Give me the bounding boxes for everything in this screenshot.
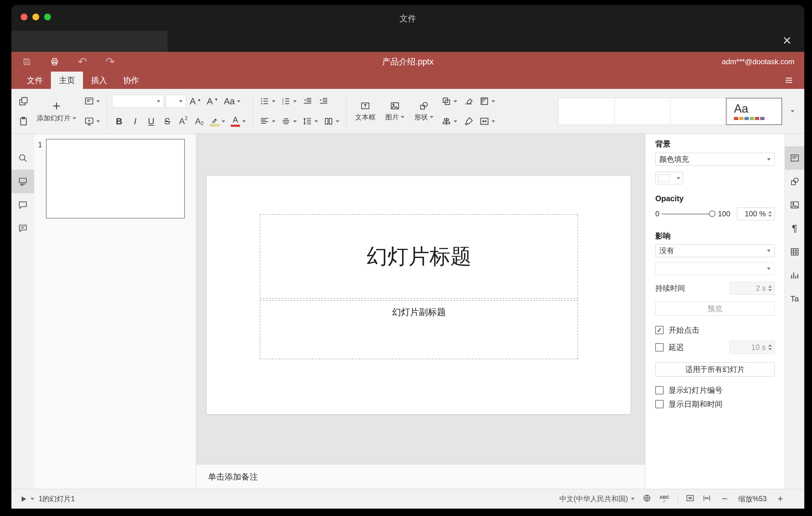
chat-button[interactable] bbox=[11, 217, 34, 240]
slide[interactable]: 幻灯片标题 幻灯片副标题 bbox=[207, 176, 631, 414]
bold-button[interactable]: B bbox=[112, 113, 126, 130]
change-case-icon: Aa bbox=[224, 97, 234, 106]
start-slideshow-button[interactable] bbox=[82, 113, 102, 130]
tab-collaboration[interactable]: 协作 bbox=[115, 71, 147, 89]
decrease-indent-button[interactable] bbox=[300, 93, 315, 110]
horizontal-align-button[interactable] bbox=[258, 113, 277, 130]
slider-handle[interactable] bbox=[709, 210, 716, 217]
theme-tile[interactable] bbox=[670, 98, 726, 125]
fit-width-button[interactable] bbox=[702, 494, 711, 504]
delay-checkbox[interactable] bbox=[655, 343, 664, 351]
opacity-input[interactable]: 100 % bbox=[737, 207, 775, 220]
tab-insert[interactable]: 插入 bbox=[83, 71, 115, 89]
document-language-button[interactable] bbox=[643, 494, 651, 504]
spinner-arrows-icon[interactable] bbox=[768, 211, 772, 217]
bullet-list-button[interactable] bbox=[258, 93, 277, 110]
spinner-arrows-icon[interactable] bbox=[768, 285, 772, 291]
font-color-button[interactable]: A bbox=[229, 113, 248, 130]
effect-option-select[interactable] bbox=[655, 262, 775, 275]
spinner-arrows-icon[interactable] bbox=[768, 344, 772, 350]
slide-thumbnail[interactable] bbox=[46, 139, 185, 219]
theme-tile-selected[interactable]: Aa bbox=[726, 98, 782, 125]
increase-font-button[interactable]: A▲ bbox=[188, 93, 203, 110]
search-button[interactable] bbox=[11, 146, 34, 170]
numbered-list-button[interactable]: 123 bbox=[279, 93, 299, 110]
paste-button[interactable] bbox=[16, 113, 31, 130]
duration-row: 持续时间 2 s bbox=[655, 282, 775, 295]
save-button[interactable] bbox=[21, 56, 33, 68]
theme-tile[interactable] bbox=[614, 98, 670, 125]
shape-settings-tab[interactable] bbox=[785, 170, 804, 193]
slides-panel-button[interactable] bbox=[11, 170, 34, 193]
subtitle-placeholder[interactable]: 幻灯片副标题 bbox=[260, 300, 578, 359]
style-tools-group bbox=[462, 91, 497, 132]
theme-tile[interactable] bbox=[558, 98, 614, 125]
slide-settings-tab[interactable] bbox=[785, 146, 804, 170]
start-slideshow-status-button[interactable] bbox=[20, 495, 34, 503]
tab-file[interactable]: 文件 bbox=[19, 71, 51, 89]
decrease-font-button[interactable]: A▼ bbox=[205, 93, 220, 110]
theme-gallery-expand-button[interactable] bbox=[785, 98, 799, 125]
zoom-out-button[interactable]: − bbox=[719, 493, 730, 505]
font-name-select[interactable] bbox=[112, 95, 164, 108]
align-shape-button[interactable] bbox=[440, 113, 459, 130]
zoom-in-button[interactable]: + bbox=[775, 493, 786, 505]
insert-image-button[interactable]: 图片 bbox=[382, 91, 408, 132]
copy-style-button[interactable] bbox=[462, 113, 476, 130]
insert-shape-button[interactable]: 形状 bbox=[411, 91, 437, 132]
spellcheck-button[interactable]: ABC ✓ bbox=[659, 495, 669, 503]
title-placeholder[interactable]: 幻灯片标题 bbox=[260, 214, 578, 299]
shape-label: 形状 bbox=[414, 113, 428, 122]
textart-settings-tab[interactable]: Ta bbox=[785, 287, 804, 311]
undo-button[interactable]: ↶ bbox=[76, 56, 89, 68]
apply-to-all-slides-button[interactable]: 适用于所有幻灯片 bbox=[655, 362, 775, 376]
chart-settings-tab[interactable] bbox=[785, 263, 804, 287]
duration-input[interactable]: 2 s bbox=[730, 282, 775, 295]
notes-area[interactable]: 单击添加备注 bbox=[196, 464, 645, 489]
strikethrough-button[interactable]: S bbox=[160, 113, 174, 130]
slide-size-button[interactable] bbox=[477, 113, 497, 130]
view-settings-button[interactable] bbox=[782, 74, 796, 86]
italic-button[interactable]: I bbox=[128, 113, 142, 130]
background-fill-select[interactable]: 颜色填充 bbox=[655, 153, 775, 166]
language-select[interactable]: 中文(中华人民共和国) bbox=[559, 494, 635, 504]
insert-textbox-button[interactable]: 文本框 bbox=[351, 91, 379, 132]
comments-button[interactable] bbox=[11, 193, 34, 217]
add-slide-button[interactable]: + 添加幻灯片 bbox=[33, 91, 80, 132]
line-spacing-button[interactable] bbox=[300, 113, 320, 130]
increase-indent-button[interactable] bbox=[317, 93, 331, 110]
subscript-button[interactable]: A2 bbox=[192, 113, 206, 130]
color-scheme-button[interactable] bbox=[477, 93, 497, 110]
start-on-click-checkbox[interactable]: ✓ bbox=[655, 326, 664, 334]
show-date-checkbox[interactable] bbox=[655, 400, 664, 408]
opacity-slider[interactable] bbox=[662, 210, 716, 217]
underline-button[interactable]: U bbox=[144, 113, 158, 130]
superscript-button[interactable]: A2 bbox=[176, 113, 190, 130]
redo-button[interactable]: ↷ bbox=[104, 56, 116, 68]
print-button[interactable] bbox=[49, 56, 61, 68]
vertical-align-button[interactable] bbox=[279, 113, 299, 130]
highlight-color-button[interactable] bbox=[208, 113, 227, 130]
chevron-down-icon bbox=[72, 117, 76, 119]
apply-to-all-label: 适用于所有幻灯片 bbox=[686, 365, 745, 374]
fit-slide-button[interactable] bbox=[686, 494, 694, 504]
effect-select[interactable]: 没有 bbox=[655, 244, 775, 257]
arrange-shape-button[interactable] bbox=[440, 93, 459, 110]
image-settings-tab[interactable] bbox=[785, 193, 804, 217]
fill-color-select[interactable] bbox=[655, 172, 683, 184]
show-slide-number-checkbox[interactable] bbox=[655, 386, 664, 394]
preview-button[interactable]: 预览 bbox=[655, 302, 775, 316]
close-dialog-button[interactable]: × bbox=[779, 32, 795, 48]
delay-input[interactable]: 10 s bbox=[730, 341, 775, 354]
paragraph-settings-tab[interactable]: ¶ bbox=[785, 217, 804, 240]
slide-canvas: 幻灯片标题 幻灯片副标题 bbox=[196, 134, 645, 464]
copy-button[interactable] bbox=[16, 93, 31, 110]
change-layout-button[interactable] bbox=[82, 93, 102, 110]
columns-button[interactable] bbox=[322, 113, 341, 130]
font-size-select[interactable] bbox=[166, 95, 186, 108]
clear-style-button[interactable] bbox=[462, 93, 476, 110]
tab-home[interactable]: 主页 bbox=[51, 71, 83, 89]
change-case-button[interactable]: Aa bbox=[222, 93, 242, 110]
table-settings-tab[interactable] bbox=[785, 240, 804, 263]
slide-settings-icon bbox=[790, 153, 800, 163]
